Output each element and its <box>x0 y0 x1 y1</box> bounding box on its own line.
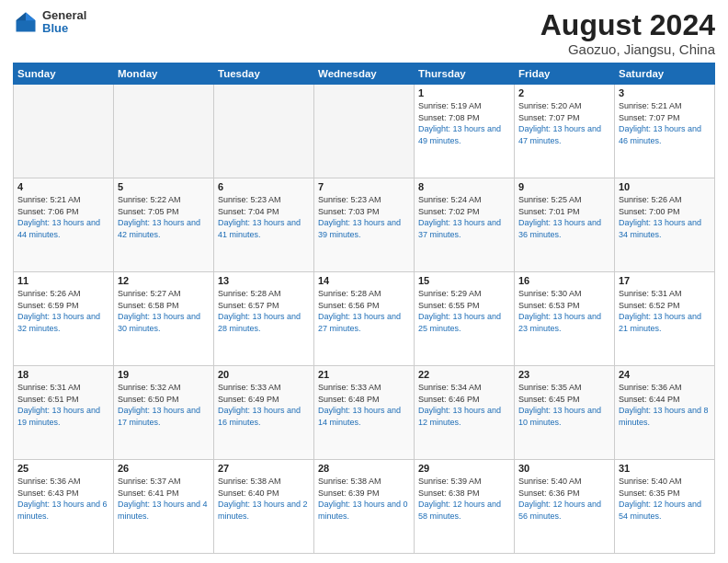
svg-marker-2 <box>17 13 27 21</box>
calendar-cell: 8Sunrise: 5:24 AMSunset: 7:02 PMDaylight… <box>415 178 515 272</box>
day-info: Sunrise: 5:33 AMSunset: 6:49 PMDaylight:… <box>218 382 310 428</box>
calendar-week-4: 18Sunrise: 5:31 AMSunset: 6:51 PMDayligh… <box>14 366 715 460</box>
calendar-cell: 2Sunrise: 5:20 AMSunset: 7:07 PMDaylight… <box>515 85 615 178</box>
weekday-header-monday: Monday <box>114 63 214 85</box>
day-number: 13 <box>218 275 310 286</box>
calendar-cell <box>114 85 214 178</box>
daylight-label: Daylight: 13 hours and 44 minutes. <box>17 218 100 239</box>
calendar-cell: 14Sunrise: 5:28 AMSunset: 6:56 PMDayligh… <box>314 272 415 366</box>
calendar-cell: 23Sunrise: 5:35 AMSunset: 6:45 PMDayligh… <box>515 366 615 460</box>
day-info: Sunrise: 5:39 AMSunset: 6:38 PMDaylight:… <box>418 476 510 522</box>
day-number: 20 <box>218 369 310 380</box>
day-number: 23 <box>518 369 610 380</box>
header: General Blue August 2024 Gaozuo, Jiangsu… <box>13 9 715 57</box>
daylight-label: Daylight: 12 hours and 56 minutes. <box>518 500 601 521</box>
day-number: 6 <box>218 181 310 192</box>
calendar-cell: 21Sunrise: 5:33 AMSunset: 6:48 PMDayligh… <box>314 366 415 460</box>
daylight-label: Daylight: 13 hours and 36 minutes. <box>518 218 601 239</box>
day-number: 31 <box>619 463 711 474</box>
daylight-label: Daylight: 13 hours and 14 minutes. <box>318 406 401 427</box>
calendar-week-1: 1Sunrise: 5:19 AMSunset: 7:08 PMDaylight… <box>14 85 715 178</box>
daylight-label: Daylight: 13 hours and 17 minutes. <box>118 406 200 427</box>
day-info: Sunrise: 5:38 AMSunset: 6:39 PMDaylight:… <box>318 476 410 522</box>
calendar-cell: 25Sunrise: 5:36 AMSunset: 6:43 PMDayligh… <box>14 460 114 554</box>
weekday-header-row: SundayMondayTuesdayWednesdayThursdayFrid… <box>14 63 715 85</box>
day-info: Sunrise: 5:27 AMSunset: 6:58 PMDaylight:… <box>118 288 210 334</box>
calendar-week-5: 25Sunrise: 5:36 AMSunset: 6:43 PMDayligh… <box>14 460 715 554</box>
day-info: Sunrise: 5:26 AMSunset: 6:59 PMDaylight:… <box>17 288 109 334</box>
day-info: Sunrise: 5:38 AMSunset: 6:40 PMDaylight:… <box>218 476 310 522</box>
day-info: Sunrise: 5:36 AMSunset: 6:43 PMDaylight:… <box>17 476 109 522</box>
day-number: 26 <box>118 463 210 474</box>
weekday-header-sunday: Sunday <box>14 63 114 85</box>
daylight-label: Daylight: 13 hours and 19 minutes. <box>17 406 100 427</box>
daylight-label: Daylight: 13 hours and 49 minutes. <box>418 124 501 145</box>
calendar-cell <box>314 85 415 178</box>
day-info: Sunrise: 5:37 AMSunset: 6:41 PMDaylight:… <box>118 476 210 522</box>
day-info: Sunrise: 5:19 AMSunset: 7:08 PMDaylight:… <box>418 100 510 146</box>
calendar-cell: 16Sunrise: 5:30 AMSunset: 6:53 PMDayligh… <box>515 272 615 366</box>
day-number: 28 <box>318 463 410 474</box>
day-number: 8 <box>418 181 510 192</box>
calendar-cell: 26Sunrise: 5:37 AMSunset: 6:41 PMDayligh… <box>114 460 214 554</box>
daylight-label: Daylight: 13 hours and 4 minutes. <box>118 500 208 521</box>
day-number: 15 <box>418 275 510 286</box>
day-number: 11 <box>17 275 109 286</box>
day-number: 7 <box>318 181 410 192</box>
day-number: 10 <box>619 181 711 192</box>
day-info: Sunrise: 5:28 AMSunset: 6:56 PMDaylight:… <box>318 288 410 334</box>
daylight-label: Daylight: 12 hours and 54 minutes. <box>619 500 701 521</box>
calendar-week-3: 11Sunrise: 5:26 AMSunset: 6:59 PMDayligh… <box>14 272 715 366</box>
calendar-cell: 7Sunrise: 5:23 AMSunset: 7:03 PMDaylight… <box>314 178 415 272</box>
day-info: Sunrise: 5:21 AMSunset: 7:07 PMDaylight:… <box>619 100 711 146</box>
calendar-cell: 6Sunrise: 5:23 AMSunset: 7:04 PMDaylight… <box>214 178 314 272</box>
calendar-cell: 4Sunrise: 5:21 AMSunset: 7:06 PMDaylight… <box>14 178 114 272</box>
calendar-cell: 19Sunrise: 5:32 AMSunset: 6:50 PMDayligh… <box>114 366 214 460</box>
day-info: Sunrise: 5:36 AMSunset: 6:44 PMDaylight:… <box>619 382 711 428</box>
weekday-header-thursday: Thursday <box>415 63 515 85</box>
day-number: 27 <box>218 463 310 474</box>
daylight-label: Daylight: 13 hours and 27 minutes. <box>318 312 401 333</box>
daylight-label: Daylight: 13 hours and 47 minutes. <box>518 124 601 145</box>
logo-general-text: General <box>42 9 86 22</box>
day-number: 24 <box>619 369 711 380</box>
logo-blue-text: Blue <box>42 22 86 35</box>
day-info: Sunrise: 5:22 AMSunset: 7:05 PMDaylight:… <box>118 194 210 240</box>
daylight-label: Daylight: 13 hours and 37 minutes. <box>418 218 501 239</box>
calendar-cell: 13Sunrise: 5:28 AMSunset: 6:57 PMDayligh… <box>214 272 314 366</box>
daylight-label: Daylight: 13 hours and 0 minutes. <box>318 500 408 521</box>
daylight-label: Daylight: 13 hours and 30 minutes. <box>118 312 200 333</box>
day-number: 25 <box>17 463 109 474</box>
calendar-cell: 24Sunrise: 5:36 AMSunset: 6:44 PMDayligh… <box>615 366 715 460</box>
calendar-cell: 17Sunrise: 5:31 AMSunset: 6:52 PMDayligh… <box>615 272 715 366</box>
calendar-cell: 12Sunrise: 5:27 AMSunset: 6:58 PMDayligh… <box>114 272 214 366</box>
calendar-table: SundayMondayTuesdayWednesdayThursdayFrid… <box>13 63 715 554</box>
daylight-label: Daylight: 13 hours and 25 minutes. <box>418 312 501 333</box>
title-block: August 2024 Gaozuo, Jiangsu, China <box>540 9 715 57</box>
day-number: 9 <box>518 181 610 192</box>
calendar-cell: 31Sunrise: 5:40 AMSunset: 6:35 PMDayligh… <box>615 460 715 554</box>
day-number: 5 <box>118 181 210 192</box>
day-info: Sunrise: 5:23 AMSunset: 7:03 PMDaylight:… <box>318 194 410 240</box>
calendar-cell: 20Sunrise: 5:33 AMSunset: 6:49 PMDayligh… <box>214 366 314 460</box>
day-number: 18 <box>17 369 109 380</box>
calendar-cell: 28Sunrise: 5:38 AMSunset: 6:39 PMDayligh… <box>314 460 415 554</box>
day-number: 19 <box>118 369 210 380</box>
calendar-cell: 10Sunrise: 5:26 AMSunset: 7:00 PMDayligh… <box>615 178 715 272</box>
logo-text: General Blue <box>42 9 86 36</box>
daylight-label: Daylight: 13 hours and 16 minutes. <box>218 406 301 427</box>
day-number: 30 <box>518 463 610 474</box>
daylight-label: Daylight: 13 hours and 21 minutes. <box>619 312 701 333</box>
daylight-label: Daylight: 12 hours and 58 minutes. <box>418 500 501 521</box>
day-info: Sunrise: 5:31 AMSunset: 6:51 PMDaylight:… <box>17 382 109 428</box>
calendar-cell: 30Sunrise: 5:40 AMSunset: 6:36 PMDayligh… <box>515 460 615 554</box>
logo-icon <box>13 9 39 35</box>
day-info: Sunrise: 5:30 AMSunset: 6:53 PMDaylight:… <box>518 288 610 334</box>
daylight-label: Daylight: 13 hours and 41 minutes. <box>218 218 301 239</box>
day-number: 29 <box>418 463 510 474</box>
day-info: Sunrise: 5:35 AMSunset: 6:45 PMDaylight:… <box>518 382 610 428</box>
daylight-label: Daylight: 13 hours and 39 minutes. <box>318 218 401 239</box>
day-number: 4 <box>17 181 109 192</box>
day-info: Sunrise: 5:25 AMSunset: 7:01 PMDaylight:… <box>518 194 610 240</box>
daylight-label: Daylight: 13 hours and 2 minutes. <box>218 500 308 521</box>
